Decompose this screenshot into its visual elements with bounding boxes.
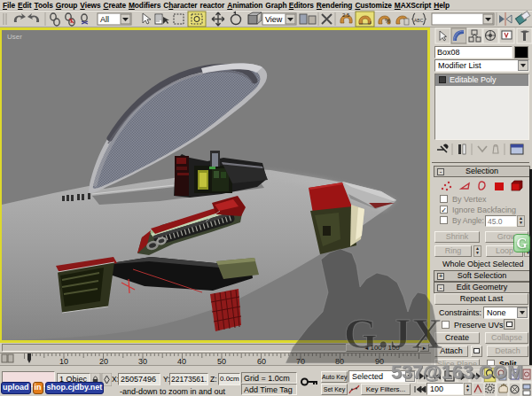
svg-text:10: 10 (59, 357, 68, 366)
svg-text:20: 20 (99, 357, 108, 366)
svg-text:30: 30 (138, 357, 147, 366)
svg-text:2.5: 2.5 (342, 12, 350, 18)
svg-text:All: All (100, 15, 109, 24)
svg-text:70: 70 (296, 357, 305, 366)
svg-text:View: View (265, 15, 283, 24)
svg-text:40: 40 (177, 357, 186, 366)
svg-text:80: 80 (335, 357, 344, 366)
svg-text:50: 50 (217, 357, 226, 366)
svg-text:90: 90 (375, 357, 384, 366)
svg-text:ABC: ABC (414, 18, 424, 23)
svg-text:%: % (385, 18, 390, 24)
svg-text:60: 60 (257, 357, 266, 366)
